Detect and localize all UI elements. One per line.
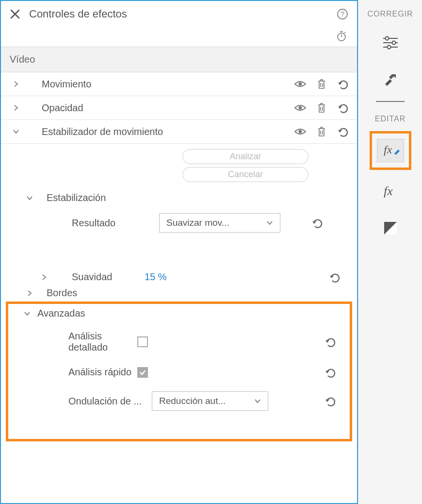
trash-icon[interactable] xyxy=(316,102,327,114)
borders-label: Bordes xyxy=(33,287,349,299)
fast-checkbox[interactable] xyxy=(137,367,148,378)
effect-stabilizer-label: Estabilizador de movimiento xyxy=(23,126,294,137)
fx-edit-highlight: fx xyxy=(370,131,411,170)
section-video: Vídeo xyxy=(1,47,357,72)
reset-icon[interactable] xyxy=(337,126,349,137)
trash-icon[interactable] xyxy=(316,126,327,137)
ripple-row: Ondulación de ... Reducción aut... xyxy=(8,385,350,418)
ripple-value: Reducción aut... xyxy=(159,396,226,406)
panel-title: Controles de efectos xyxy=(29,8,328,20)
stabilization-heading-row[interactable]: Estabilización xyxy=(1,187,357,208)
stopwatch-icon[interactable] xyxy=(336,30,347,42)
reset-icon[interactable] xyxy=(316,396,345,406)
sidebar-edit-label: EDITAR xyxy=(361,105,419,129)
close-icon[interactable] xyxy=(10,9,20,19)
trash-icon[interactable] xyxy=(316,78,327,90)
detailed-analysis-row: Análisis detallado xyxy=(8,324,350,360)
detailed-label: Análisis detallado xyxy=(16,331,137,353)
svg-point-7 xyxy=(299,106,302,110)
sliders-icon[interactable] xyxy=(361,24,419,61)
tools-icon[interactable] xyxy=(361,61,419,98)
advanced-heading-row[interactable]: Avanzadas xyxy=(8,304,350,324)
effect-opacity-row[interactable]: Opacidad xyxy=(1,96,357,120)
panel-header: Controles de efectos ? xyxy=(1,1,357,27)
result-select[interactable]: Suavizar mov... xyxy=(159,213,280,233)
fast-analysis-row: Análisis rápido xyxy=(8,360,350,385)
chevron-down-icon xyxy=(9,128,23,135)
analyze-button[interactable]: Analizar xyxy=(182,149,308,164)
eye-icon[interactable] xyxy=(294,127,307,136)
reset-icon[interactable] xyxy=(303,218,332,228)
ripple-label: Ondulación de ... xyxy=(16,396,152,407)
advanced-label: Avanzadas xyxy=(31,308,342,319)
result-value: Suavizar mov... xyxy=(166,218,229,228)
contrast-icon[interactable] xyxy=(361,210,419,247)
eye-icon[interactable] xyxy=(294,103,307,113)
smoothness-label: Suavidad xyxy=(48,271,145,283)
smoothness-row: Suavidad 15 % xyxy=(1,267,357,287)
svg-point-6 xyxy=(299,83,302,86)
chevron-right-icon xyxy=(9,104,23,111)
chevron-right-icon[interactable] xyxy=(9,274,48,281)
svg-text:?: ? xyxy=(341,10,344,18)
fx-edit-icon[interactable]: fx xyxy=(377,139,404,162)
svg-point-8 xyxy=(299,130,302,134)
chevron-down-icon xyxy=(9,195,33,202)
svg-point-12 xyxy=(392,41,395,45)
reset-icon[interactable] xyxy=(316,367,345,378)
fx-icon[interactable]: fx xyxy=(361,173,419,210)
reset-icon[interactable] xyxy=(316,336,345,347)
analyze-controls: Analizar Cancelar xyxy=(1,144,357,187)
chevron-down-icon xyxy=(254,398,261,404)
svg-point-14 xyxy=(387,46,390,49)
sidebar: CORREGIR EDITAR fx xyxy=(358,0,422,504)
svg-line-5 xyxy=(344,32,345,33)
effect-movement-row[interactable]: Movimiento xyxy=(1,72,357,96)
cancel-button[interactable]: Cancelar xyxy=(182,167,308,182)
svg-point-10 xyxy=(385,37,389,40)
effects-panel: Controles de efectos ? Vídeo Movimiento xyxy=(0,0,358,504)
ripple-select[interactable]: Reducción aut... xyxy=(152,391,268,411)
advanced-highlight: Avanzadas Análisis detallado Análisis rá… xyxy=(6,302,352,441)
effect-opacity-label: Opacidad xyxy=(23,102,294,114)
chevron-right-icon xyxy=(9,290,33,297)
svg-text:fx: fx xyxy=(384,143,392,156)
detailed-checkbox[interactable] xyxy=(137,336,148,347)
reset-icon[interactable] xyxy=(337,102,349,113)
effect-stabilizer-row[interactable]: Estabilizador de movimiento xyxy=(1,120,357,144)
reset-icon[interactable] xyxy=(320,272,349,283)
stabilization-label: Estabilización xyxy=(33,192,349,203)
borders-row[interactable]: Bordes xyxy=(1,287,357,299)
chevron-down-icon xyxy=(266,219,273,226)
sidebar-correct-label: CORREGIR xyxy=(361,0,419,24)
help-icon[interactable]: ? xyxy=(337,8,348,20)
effect-movement-label: Movimiento xyxy=(23,79,294,90)
smoothness-value[interactable]: 15 % xyxy=(145,271,320,283)
result-row: Resultado Suavizar mov... xyxy=(1,208,357,237)
result-label: Resultado xyxy=(72,218,159,229)
reset-icon[interactable] xyxy=(337,79,349,89)
eye-icon[interactable] xyxy=(294,79,307,89)
chevron-down-icon xyxy=(11,310,31,317)
svg-text:fx: fx xyxy=(384,184,393,198)
chevron-right-icon xyxy=(9,81,23,87)
fast-label: Análisis rápido xyxy=(16,367,137,378)
